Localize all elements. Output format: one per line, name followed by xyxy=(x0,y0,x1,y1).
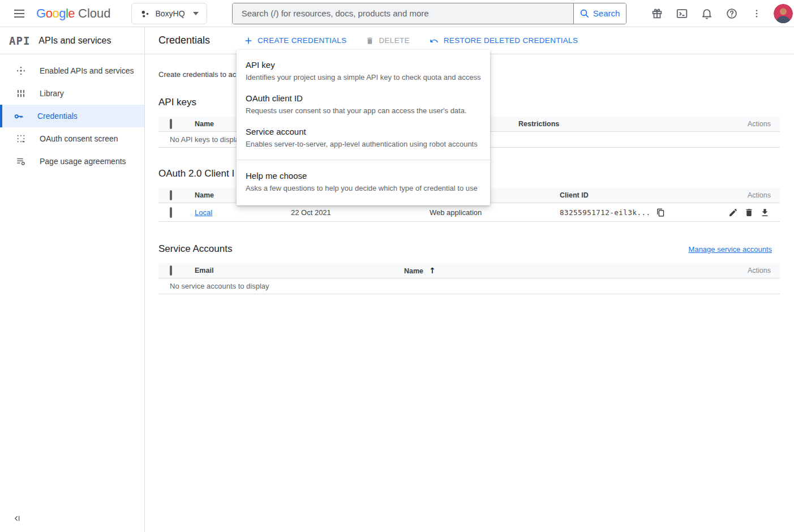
sidebar-item-label: Credentials xyxy=(37,111,78,121)
delete-icon[interactable] xyxy=(744,208,754,217)
column-header-actions: Actions xyxy=(702,120,780,128)
collapse-sidebar-icon[interactable] xyxy=(12,513,23,524)
sidebar-item-label: Library xyxy=(40,89,64,98)
notifications-icon[interactable] xyxy=(700,7,714,20)
menu-item-help-me-choose[interactable]: Help me choose Asks a few questions to h… xyxy=(237,165,490,199)
create-credentials-menu: API key Identifies your project using a … xyxy=(237,50,490,205)
select-all-checkbox[interactable] xyxy=(170,265,172,276)
menu-item-service-account[interactable]: Service account Enables server-to-server… xyxy=(237,121,490,155)
client-name-link[interactable]: Local xyxy=(195,208,212,217)
create-credentials-button[interactable]: CREATE CREDENTIALS xyxy=(239,33,351,49)
row-checkbox[interactable] xyxy=(170,207,172,218)
row-actions xyxy=(702,208,780,217)
key-icon xyxy=(14,111,24,121)
sidebar: API APIs and services Enabled APIs and s… xyxy=(0,27,145,532)
creation-date-cell: 22 Oct 2021 xyxy=(283,208,422,217)
sidebar-item-page-usage[interactable]: Page usage agreements xyxy=(0,150,144,173)
select-all-checkbox[interactable] xyxy=(170,190,172,200)
menu-item-api-key[interactable]: API key Identifies your project using a … xyxy=(237,54,490,88)
service-accounts-empty-row: No service accounts to display xyxy=(158,278,780,294)
library-icon xyxy=(16,88,26,98)
menu-item-oauth-client-id[interactable]: OAuth client ID Requests user consent so… xyxy=(237,88,490,121)
help-icon[interactable] xyxy=(725,7,739,20)
sidebar-item-label: OAuth consent screen xyxy=(40,134,118,143)
service-accounts-heading: Service Accounts xyxy=(158,243,232,255)
column-header-actions: Actions xyxy=(702,191,780,199)
sidebar-item-label: Enabled APIs and services xyxy=(40,66,134,75)
sidebar-item-library[interactable]: Library xyxy=(0,82,144,105)
enabled-apis-icon xyxy=(16,66,26,76)
search-button[interactable]: Search xyxy=(573,3,626,24)
undo-icon xyxy=(429,36,439,45)
manage-service-accounts-link[interactable]: Manage service accounts xyxy=(689,245,772,254)
client-id-cell: 83255951712-eil3k... xyxy=(552,208,702,217)
project-name: BoxyHQ xyxy=(156,9,185,18)
column-header-client-id: Client ID xyxy=(552,191,702,199)
cloud-shell-icon[interactable] xyxy=(675,7,689,20)
menu-icon[interactable] xyxy=(7,1,32,26)
download-icon[interactable] xyxy=(760,208,770,217)
project-selector[interactable]: BoxyHQ xyxy=(131,3,207,24)
sidebar-nav: Enabled APIs and services Library Creden… xyxy=(0,54,144,173)
column-header-email: Email xyxy=(187,267,396,274)
sidebar-title: APIs and services xyxy=(38,36,111,46)
column-header-name[interactable]: Name↑ xyxy=(396,266,702,275)
chevron-down-icon xyxy=(193,12,199,15)
more-vert-icon[interactable] xyxy=(750,7,763,20)
client-id-value: 83255951712-eil3k... xyxy=(560,208,651,217)
gift-icon[interactable] xyxy=(650,7,664,20)
restore-deleted-credentials-button[interactable]: RESTORE DELETED CREDENTIALS xyxy=(424,33,582,49)
api-keys-empty-text: No API keys to displa xyxy=(158,135,239,144)
service-accounts-table-header: Email Name↑ Actions xyxy=(158,263,780,278)
google-cloud-logo: Google Cloud xyxy=(36,6,111,21)
sort-ascending-icon[interactable]: ↑ xyxy=(429,266,436,275)
select-all-checkbox[interactable] xyxy=(170,119,172,129)
service-accounts-header-row: Service Accounts Manage service accounts xyxy=(158,243,780,255)
page-usage-icon xyxy=(16,156,26,166)
plus-icon xyxy=(244,36,253,45)
project-icon xyxy=(140,8,150,19)
service-accounts-empty-text: No service accounts to display xyxy=(158,282,269,290)
delete-button[interactable]: DELETE xyxy=(361,33,414,49)
sidebar-item-enabled-apis[interactable]: Enabled APIs and services xyxy=(0,59,144,82)
page-title: Credentials xyxy=(158,35,210,46)
copy-icon[interactable] xyxy=(656,208,665,217)
top-app-bar: Google Cloud BoxyHQ Search xyxy=(0,0,794,27)
topbar-actions xyxy=(650,7,763,20)
menu-divider xyxy=(237,160,490,160)
sidebar-item-oauth-consent[interactable]: OAuth consent screen xyxy=(0,127,144,150)
global-search: Search xyxy=(232,3,626,24)
sidebar-item-credentials[interactable]: Credentials xyxy=(0,105,144,127)
table-row: Local 22 Oct 2021 Web application 832559… xyxy=(158,203,780,222)
edit-icon[interactable] xyxy=(728,208,738,217)
trash-icon xyxy=(366,36,374,45)
search-icon xyxy=(580,8,590,19)
sidebar-item-label: Page usage agreements xyxy=(40,157,126,166)
api-logo: API xyxy=(9,35,30,47)
column-header-restrictions: Restrictions xyxy=(510,120,702,128)
sidebar-header: API APIs and services xyxy=(0,27,144,54)
oauth-consent-icon xyxy=(16,134,26,144)
column-header-actions: Actions xyxy=(702,267,780,274)
avatar[interactable] xyxy=(774,4,793,23)
search-input[interactable] xyxy=(233,3,573,24)
type-cell: Web application xyxy=(422,208,552,217)
service-accounts-table: Email Name↑ Actions No service accounts … xyxy=(158,263,780,294)
